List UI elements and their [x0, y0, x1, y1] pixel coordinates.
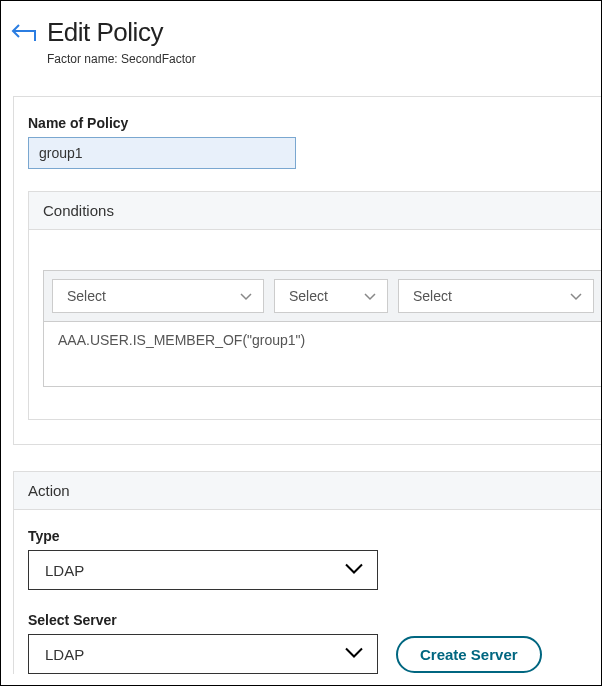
chevron-down-icon [363, 288, 377, 304]
chevron-down-icon [343, 646, 365, 663]
condition-select-row: Select Select Select [43, 270, 601, 322]
select-server-label: Select Server [28, 612, 601, 628]
condition-select-3[interactable]: Select [398, 279, 594, 313]
server-select[interactable]: LDAP [28, 634, 378, 674]
chevron-down-icon [569, 288, 583, 304]
type-label: Type [28, 528, 601, 544]
chevron-down-icon [343, 562, 365, 579]
type-select[interactable]: LDAP [28, 550, 378, 590]
chevron-down-icon [239, 288, 253, 304]
factor-name-subtitle: Factor name: SecondFactor [47, 52, 196, 66]
create-server-button[interactable]: Create Server [396, 636, 542, 673]
back-arrow-icon[interactable] [11, 21, 39, 47]
policy-name-input[interactable] [28, 137, 296, 169]
condition-select-2[interactable]: Select [274, 279, 388, 313]
condition-select-1[interactable]: Select [52, 279, 264, 313]
condition-expression[interactable]: AAA.USER.IS_MEMBER_OF("group1") [43, 322, 601, 387]
conditions-header: Conditions [29, 192, 601, 230]
page-title: Edit Policy [47, 17, 196, 48]
policy-name-label: Name of Policy [28, 115, 601, 131]
action-header: Action [14, 472, 601, 510]
